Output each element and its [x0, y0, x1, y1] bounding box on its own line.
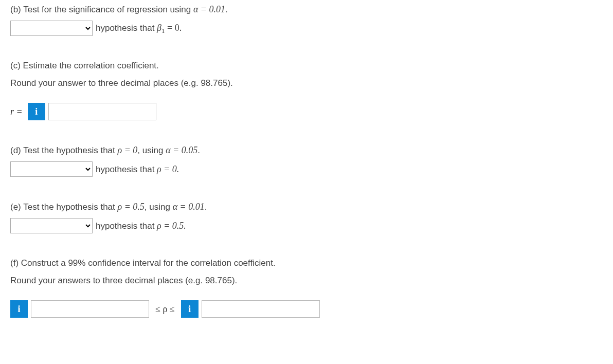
question-d-dropdown[interactable] — [10, 161, 93, 177]
period: . — [197, 145, 200, 155]
middle: , using — [137, 145, 166, 155]
question-b-answer-row: hypothesis that β1 = 0. — [10, 21, 603, 36]
question-d-answer-row: hypothesis that ρ = 0. — [10, 161, 603, 177]
alpha-expr: α = 0.01 — [193, 4, 225, 14]
question-b-dropdown[interactable] — [10, 21, 93, 36]
question-f-round: Round your answers to three decimal plac… — [10, 274, 603, 287]
ci-lower-input[interactable] — [31, 300, 149, 318]
hypothesis-label: hypothesis that ρ = 0.5. — [96, 219, 186, 233]
alpha-expr: α = 0.05 — [166, 145, 197, 155]
question-c-round: Round your answer to three decimal place… — [10, 77, 603, 90]
question-d-prompt: (d) Test the hypothesis that ρ = 0, usin… — [10, 143, 603, 157]
info-icon[interactable]: i — [10, 300, 28, 318]
info-icon[interactable]: i — [28, 103, 45, 120]
rho-expr: ρ = 0 — [118, 145, 138, 155]
question-b: (b) Test for the significance of regress… — [10, 3, 603, 36]
period: . — [205, 202, 207, 212]
text: (d) Test the hypothesis that — [10, 145, 118, 155]
question-e: (e) Test the hypothesis that ρ = 0.5, us… — [10, 200, 603, 233]
period: . — [225, 5, 228, 14]
question-c: (c) Estimate the correlation coefficient… — [10, 59, 603, 120]
middle: , using — [145, 202, 173, 212]
question-c-answer-row: r = i — [10, 103, 603, 120]
info-icon[interactable]: i — [181, 300, 199, 318]
hypothesis-label: hypothesis that ρ = 0. — [96, 162, 179, 176]
alpha-expr: α = 0.01 — [173, 202, 205, 212]
rho-expr: ρ = 0.5 — [118, 202, 145, 212]
question-d: (d) Test the hypothesis that ρ = 0, usin… — [10, 143, 603, 177]
r-input[interactable] — [48, 103, 156, 120]
text: (e) Test the hypothesis that — [10, 202, 118, 212]
question-e-answer-row: hypothesis that ρ = 0.5. — [10, 218, 603, 233]
question-b-prompt: (b) Test for the significance of regress… — [10, 3, 603, 16]
hypothesis-label: hypothesis that β1 = 0. — [96, 21, 182, 36]
question-c-prompt: (c) Estimate the correlation coefficient… — [10, 59, 603, 72]
question-e-prompt: (e) Test the hypothesis that ρ = 0.5, us… — [10, 200, 603, 214]
question-f-answer-row: i ≤ ρ ≤ i — [10, 300, 603, 318]
ci-upper-input[interactable] — [202, 300, 320, 318]
question-f: (f) Construct a 99% confidence interval … — [10, 257, 603, 318]
text: (b) Test for the significance of regress… — [10, 5, 193, 14]
question-f-prompt: (f) Construct a 99% confidence interval … — [10, 257, 603, 270]
question-e-dropdown[interactable] — [10, 218, 93, 233]
interval-mid: ≤ ρ ≤ — [155, 302, 175, 316]
r-label: r = — [10, 105, 23, 119]
